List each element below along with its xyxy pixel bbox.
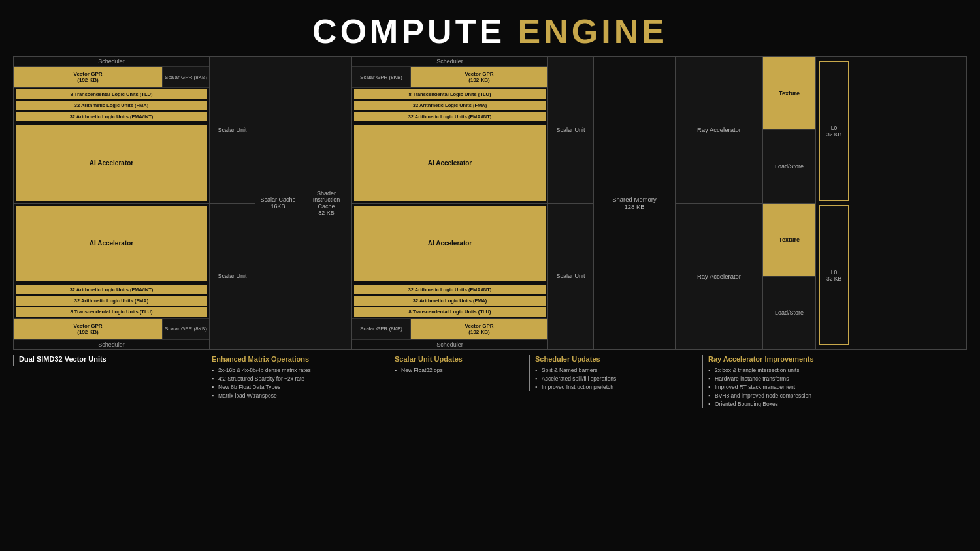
left-bot-ai: AI Accelerator — [16, 206, 207, 282]
load-store-bottom: Load/Store — [763, 277, 815, 349]
l0-top: L0 32 KB — [819, 61, 849, 201]
rt-area: Ray Accelerator Texture Load/Store Ray A… — [676, 57, 816, 349]
right-top-vgpr: Vector GPR (192 KB) — [411, 67, 547, 87]
right-bot-alu2: 32 Arithmetic Logic Units (FMA) — [354, 296, 546, 306]
left-top-gpr-row: Vector GPR (192 KB) Scalar GPR (8KB) — [14, 67, 209, 88]
rt-bottom: Ray Accelerator Texture Load/Store — [676, 204, 815, 350]
left-bot-sgpr: Scalar GPR (8KB) — [162, 319, 209, 339]
right-bot-scheduler: Scheduler — [352, 339, 547, 349]
right-bot-vgpr: Vector GPR (192 KB) — [411, 319, 547, 339]
left-top-alu2: 32 Arithmetic Logic Units (FMA) — [16, 101, 207, 110]
rt-top: Ray Accelerator Texture Load/Store — [676, 57, 815, 204]
scalar-unit-left-col: Scalar Unit Scalar Unit — [210, 57, 255, 349]
right-top-ai: AI Accelerator — [354, 125, 546, 201]
ray-acc-top: Ray Accelerator — [676, 57, 763, 203]
left-simd-bottom: AI Accelerator 32 Arithmetic Logic Units… — [14, 204, 209, 350]
annot-ray-b3: ▪Improved RT stack management — [708, 383, 962, 391]
left-simd-section: Scheduler Vector GPR (192 KB) Scalar GPR… — [14, 57, 210, 349]
right-bot-alu-list: 32 Arithmetic Logic Units (FMA/INT) 32 A… — [352, 283, 547, 318]
annot-ray-b1: ▪2x box & triangle intersection units — [708, 366, 962, 374]
left-bot-alu2: 32 Arithmetic Logic Units (FMA) — [16, 296, 207, 306]
texture-top: Texture — [763, 57, 815, 130]
main-diagram: Scheduler Vector GPR (192 KB) Scalar GPR… — [13, 56, 967, 350]
annot-sched-b3: ▪Improved Instruction prefetch — [535, 383, 697, 391]
annot-sched-b2: ▪Accelerated spill/fill operations — [535, 374, 697, 383]
right-top-alu1: 8 Transcendental Logic Units (TLU) — [354, 89, 546, 99]
left-top-alu3: 32 Arithmetic Logic Units (FMA/INT) — [16, 112, 207, 121]
scalar-unit-right-bottom: Scalar Unit — [548, 204, 593, 350]
annot-ray: Ray Accelerator Improvements ▪2x box & t… — [702, 355, 967, 408]
annot-matrix-b2: ▪4:2 Structured Sparsity for +2x rate — [212, 374, 384, 383]
right-top-sgpr: Scalar GPR (8KB) — [352, 67, 411, 87]
annot-ray-b4: ▪BVH8 and improved node compression — [708, 391, 962, 400]
left-top-ai: AI Accelerator — [16, 125, 207, 201]
title-part2: ENGINE — [518, 12, 668, 50]
right-top-alu2: 32 Arithmetic Logic Units (FMA) — [354, 101, 546, 110]
annot-scalar-bullets: ▪New Float32 ops — [395, 366, 524, 374]
annot-ray-b2: ▪Hardware instance transforms — [708, 374, 962, 383]
right-top-scheduler: Scheduler — [352, 57, 547, 67]
right-top-gpr-row: Scalar GPR (8KB) Vector GPR (192 KB) — [352, 67, 547, 88]
annot-matrix-title: Enhanced Matrix Operations — [212, 355, 384, 363]
left-bot-alu3: 32 Arithmetic Logic Units (FMA/INT) — [16, 285, 207, 294]
annotations-row: Dual SIMD32 Vector Units Enhanced Matrix… — [13, 350, 967, 408]
annot-matrix-b1: ▪2x-16b & 4x-8b/4b dense matrix rates — [212, 366, 384, 374]
texture-bottom: Texture — [763, 204, 815, 277]
annot-matrix-b4: ▪Matrix load w/transpose — [212, 391, 384, 400]
right-bot-ai: AI Accelerator — [354, 206, 546, 282]
annot-dual-simd-title: Dual SIMD32 Vector Units — [19, 355, 201, 363]
tex-ls-bottom: Texture Load/Store — [763, 204, 815, 350]
left-bot-gpr-row: Vector GPR (192 KB) Scalar GPR (8KB) — [14, 318, 209, 339]
page-title: COMPUTE ENGINE — [0, 0, 980, 56]
left-top-sgpr: Scalar GPR (8KB) — [162, 67, 209, 87]
scalar-cache-col: Scalar Cache 16KB — [255, 57, 301, 349]
left-bot-vgpr: Vector GPR (192 KB) — [14, 319, 162, 339]
annot-scheduler-title: Scheduler Updates — [535, 355, 697, 363]
tex-ls-top: Texture Load/Store — [763, 57, 815, 203]
scalar-unit-left-top: Scalar Unit — [210, 57, 255, 204]
annot-matrix-b3: ▪New 8b Float Data Types — [212, 383, 384, 391]
right-bot-alu3: 32 Arithmetic Logic Units (FMA/INT) — [354, 285, 546, 294]
left-top-scheduler: Scheduler — [14, 57, 209, 67]
annot-scheduler-bullets: ▪Split & Named barriers ▪Accelerated spi… — [535, 366, 697, 391]
load-store-top: Load/Store — [763, 130, 815, 202]
annot-scalar: Scalar Unit Updates ▪New Float32 ops — [389, 355, 529, 374]
shared-memory-col: Shared Memory 128 KB — [594, 57, 676, 349]
annot-dual-simd: Dual SIMD32 Vector Units — [13, 355, 206, 366]
annot-ray-bullets: ▪2x box & triangle intersection units ▪H… — [708, 366, 962, 408]
left-top-alu1: 8 Transcendental Logic Units (TLU) — [16, 89, 207, 99]
right-simd-section: Scheduler Scalar GPR (8KB) Vector GPR (1… — [352, 57, 548, 349]
right-simd-bottom: AI Accelerator 32 Arithmetic Logic Units… — [352, 204, 547, 350]
annot-matrix-bullets: ▪2x-16b & 4x-8b/4b dense matrix rates ▪4… — [212, 366, 384, 400]
right-bot-alu1: 8 Transcendental Logic Units (TLU) — [354, 307, 546, 317]
right-bot-sgpr: Scalar GPR (8KB) — [352, 319, 411, 339]
right-bot-gpr-row: Scalar GPR (8KB) Vector GPR (192 KB) — [352, 318, 547, 339]
left-bot-alu-list: 32 Arithmetic Logic Units (FMA/INT) 32 A… — [14, 283, 209, 318]
ray-acc-bottom: Ray Accelerator — [676, 204, 763, 350]
l0-col: L0 32 KB L0 32 KB — [816, 57, 852, 349]
annot-scheduler: Scheduler Updates ▪Split & Named barrier… — [529, 355, 702, 391]
annot-scalar-b1: ▪New Float32 ops — [395, 366, 524, 374]
annot-matrix: Enhanced Matrix Operations ▪2x-16b & 4x-… — [206, 355, 389, 400]
left-top-vgpr: Vector GPR (192 KB) — [14, 67, 162, 87]
left-top-alu-list: 8 Transcendental Logic Units (TLU) 32 Ar… — [14, 88, 209, 123]
right-simd-top: Scheduler Scalar GPR (8KB) Vector GPR (1… — [352, 57, 547, 204]
scalar-unit-right-col: Scalar Unit Scalar Unit — [548, 57, 594, 349]
annot-scalar-title: Scalar Unit Updates — [395, 355, 524, 363]
right-top-alu3: 32 Arithmetic Logic Units (FMA/INT) — [354, 112, 546, 121]
annot-ray-b5: ▪Oriented Bounding Boxes — [708, 400, 962, 408]
l0-bottom: L0 32 KB — [819, 205, 849, 345]
left-bot-alu1: 8 Transcendental Logic Units (TLU) — [16, 307, 207, 317]
right-top-alu-list: 8 Transcendental Logic Units (TLU) 32 Ar… — [352, 88, 547, 123]
left-simd-top: Scheduler Vector GPR (192 KB) Scalar GPR… — [14, 57, 209, 204]
page-wrapper: COMPUTE ENGINE Scheduler Vector GPR (192… — [0, 0, 980, 551]
scalar-unit-right-top: Scalar Unit — [548, 57, 593, 204]
annot-ray-title: Ray Accelerator Improvements — [708, 355, 962, 363]
shader-cache-col: Shader Instruction Cache 32 KB — [301, 57, 352, 349]
left-bot-scheduler: Scheduler — [14, 339, 209, 349]
title-part1: COMPUTE — [312, 12, 505, 50]
annot-sched-b1: ▪Split & Named barriers — [535, 366, 697, 374]
scalar-unit-left-bottom: Scalar Unit — [210, 204, 255, 350]
